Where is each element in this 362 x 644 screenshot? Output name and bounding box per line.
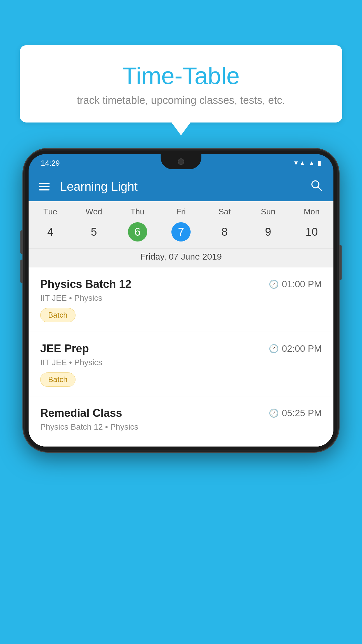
side-button-volume-down [20,260,23,283]
svg-line-1 [318,187,322,191]
schedule-time-1: 🕐 02:00 PM [269,343,322,354]
day-numbers: 45678910 [29,218,333,249]
app-title: Learning Light [60,180,302,194]
schedule-item-header-1: JEE Prep 🕐 02:00 PM [40,342,322,355]
schedule-subtitle-0: IIT JEE • Physics [40,293,322,303]
schedule-item-header-2: Remedial Class 🕐 05:25 PM [40,407,322,419]
schedule-title-0: Physics Batch 12 [40,278,131,290]
phone-outer: 14:29 ▼▲ ▲ ▮ [23,149,339,452]
status-bar: 14:29 ▼▲ ▲ ▮ [29,154,333,172]
signal-icon: ▲ [308,159,315,167]
status-time: 14:29 [41,159,60,168]
speech-bubble-container: Time-Table track timetable, upcoming cla… [20,45,342,123]
schedule-item-0[interactable]: Physics Batch 12 🕐 01:00 PM IIT JEE • Ph… [29,267,333,332]
schedule-time-0: 🕐 01:00 PM [269,279,322,290]
clock-icon-0: 🕐 [269,279,279,289]
schedule-time-text-2: 05:25 PM [282,408,322,419]
day-header-fri: Fri [159,207,203,216]
battery-icon: ▮ [318,159,321,167]
calendar-strip: TueWedThuFriSatSunMon 45678910 Friday, 0… [29,201,333,267]
day-headers: TueWedThuFriSatSunMon [29,201,333,218]
day-header-thu: Thu [116,207,159,216]
phone-wrapper: 14:29 ▼▲ ▲ ▮ [23,149,339,452]
speech-bubble: Time-Table track timetable, upcoming cla… [20,45,342,123]
day-number-10[interactable]: 10 [290,220,333,244]
day-header-sat: Sat [203,207,246,216]
schedule-time-text-1: 02:00 PM [282,343,322,354]
schedule-subtitle-1: IIT JEE • Physics [40,358,322,367]
schedule-item-header-0: Physics Batch 12 🕐 01:00 PM [40,278,322,290]
batch-tag-1: Batch [40,372,75,387]
day-number-4[interactable]: 4 [29,220,72,244]
phone-inner: 14:29 ▼▲ ▲ ▮ [25,150,337,450]
notch [161,154,201,169]
status-icons: ▼▲ ▲ ▮ [293,159,321,167]
wifi-icon: ▼▲ [293,159,306,167]
side-button-power [339,245,342,280]
bubble-title: Time-Table [34,63,328,89]
clock-icon-1: 🕐 [269,344,279,354]
schedule-title-2: Remedial Class [40,407,122,419]
schedule-title-1: JEE Prep [40,342,89,355]
schedule-time-text-0: 01:00 PM [282,279,322,290]
schedule-list: Physics Batch 12 🕐 01:00 PM IIT JEE • Ph… [29,267,333,447]
day-number-9[interactable]: 9 [246,220,290,244]
camera-dot [178,158,184,165]
phone-container: 14:29 ▼▲ ▲ ▮ [23,149,339,452]
hamburger-menu-icon[interactable] [39,183,50,190]
day-number-5[interactable]: 5 [72,220,115,244]
schedule-time-2: 🕐 05:25 PM [269,408,322,419]
bubble-subtitle: track timetable, upcoming classes, tests… [34,94,328,106]
app-bar: Learning Light [29,172,333,201]
clock-icon-2: 🕐 [269,408,279,418]
day-header-tue: Tue [29,207,72,216]
day-header-mon: Mon [290,207,333,216]
day-header-wed: Wed [72,207,115,216]
batch-tag-0: Batch [40,308,75,322]
selected-date-label: Friday, 07 June 2019 [29,249,333,267]
day-number-8[interactable]: 8 [203,220,246,244]
schedule-item-1[interactable]: JEE Prep 🕐 02:00 PM IIT JEE • Physics Ba… [29,332,333,396]
day-number-7[interactable]: 7 [159,220,203,244]
side-button-volume-up [20,230,23,254]
search-icon[interactable] [310,179,323,195]
day-number-6[interactable]: 6 [116,220,159,244]
schedule-item-2[interactable]: Remedial Class 🕐 05:25 PM Physics Batch … [29,396,333,447]
schedule-subtitle-2: Physics Batch 12 • Physics [40,422,322,432]
day-header-sun: Sun [246,207,290,216]
